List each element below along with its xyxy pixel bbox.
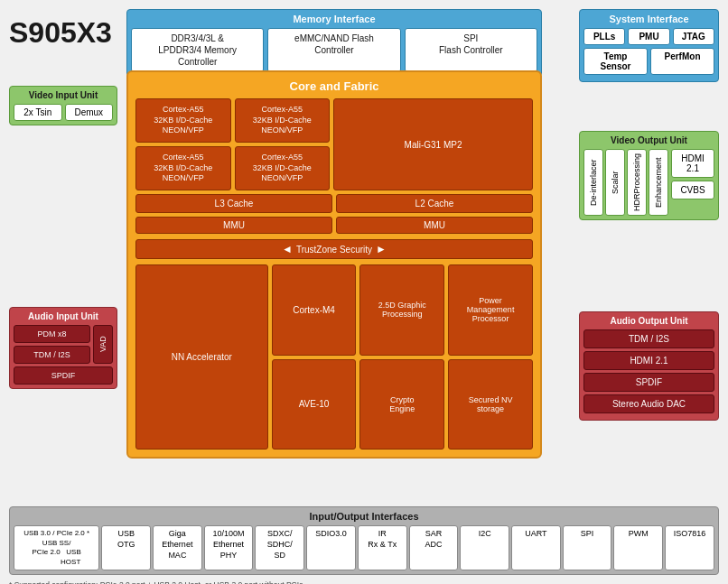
tdm-i2s-input-block: TDM / I2S [14, 346, 90, 364]
spi-flash-block: SPIFlash Controller [405, 28, 537, 72]
ave10-block: AVE-10 [272, 359, 357, 450]
pwm-block: PWM [613, 525, 663, 570]
mmu-block-2: MMU [336, 217, 533, 234]
spdif-input-block: SPDIF [14, 366, 113, 385]
eth-phy-block: 10/100MEthernetPHY [204, 525, 254, 570]
system-interface-title: System Interface [583, 14, 714, 24]
secured-nv-block: Secured NVstorage [448, 359, 533, 450]
ir-block: IRRx & Tx [358, 525, 407, 570]
cortex-a55-block-1: Cortex-A5532KB I/D-CacheNEON/VFP [135, 98, 231, 143]
i2c-block: I2C [460, 525, 509, 570]
hdr-processing-block: HDRProcessing [627, 149, 647, 216]
de-interlacer-block: De-interlacer [583, 149, 603, 216]
scalar-block: Scalar [605, 149, 625, 216]
audio-input-section: Audio Input Unit PDM x8 TDM / I2S VAD SP… [9, 307, 117, 389]
plls-block: PLLs [583, 28, 625, 45]
spdif-output-block: SPDIF [583, 373, 714, 392]
footer-note: * Supported configuration: PCIe 2.0 port… [9, 580, 303, 584]
system-interface-section: System Interface PLLs PMU JTAG TempSenso… [579, 9, 719, 82]
emmc-block: eMMC/NAND FlashController [267, 28, 400, 72]
spi-block: SPI [563, 525, 612, 570]
nn-accelerator-block: NN Accelerator [135, 264, 268, 450]
iso7816-block: ISO7816 [665, 525, 714, 570]
io-interfaces-section: Input/Output Interfaces USB 3.0 / PCIe 2… [9, 506, 719, 575]
demux-block: Demux [65, 104, 114, 121]
jtag-block: JTAG [673, 28, 714, 45]
sdio-block: SDIO3.0 [306, 525, 356, 570]
audio-output-section: Audio Output Unit TDM / I2S HDMI 2.1 SPD… [579, 311, 719, 421]
ddr-block: DDR3/4/3L &LPDDR3/4 MemoryController [131, 28, 264, 72]
hdmi-output-block: HDMI 2.1 [671, 149, 714, 178]
audio-input-title: Audio Input Unit [14, 311, 113, 321]
vad-block: VAD [93, 325, 113, 364]
perfmon-block: PerfMon [650, 48, 714, 75]
memory-interface-title: Memory Interface [131, 14, 537, 24]
chip-title: S905X3 [9, 16, 112, 50]
cortex-a55-block-2: Cortex-A5532KB I/D-CacheNEON/VFP [235, 98, 331, 143]
mmu-block-1: MMU [135, 217, 332, 234]
uart-block: UART [511, 525, 561, 570]
l3-cache-block: L3 Cache [135, 194, 332, 213]
cortex-m4-block: Cortex-M4 [272, 264, 357, 355]
pdm-block: PDM x8 [14, 325, 90, 343]
l2-cache-block: L2 Cache [336, 194, 533, 213]
audio-output-title: Audio Output Unit [583, 316, 714, 326]
giga-eth-mac-block: GigaEthernetMAC [153, 525, 202, 570]
graphic-processing-block: 2.5D GraphicProcessing [359, 264, 444, 355]
usb-pcie-block: USB 3.0 / PCIe 2.0 *USB SS/PCIe 2.0 USB … [14, 525, 99, 570]
stereo-dac-block: Stereo Audio DAC [583, 394, 714, 413]
enhancement-block: Enhancement [649, 149, 668, 216]
sdxc-block: SDXC/SDHC/SD [255, 525, 304, 570]
video-input-section: Video Input Unit 2x Tsin Demux [9, 86, 117, 125]
video-output-section: Video Output Unit De-interlacer Scalar H… [579, 131, 719, 220]
cortex-a55-block-3: Cortex-A5532KB I/D-CacheNEON/VFP [135, 146, 231, 190]
cortex-a55-block-4: Cortex-A5532KB I/D-CacheNEON/VFP [235, 146, 331, 190]
pmu-block: PMU [628, 28, 669, 45]
mali-block: Mali-G31 MP2 [333, 98, 533, 190]
tdm-i2s-output-block: TDM / I2S [583, 329, 714, 348]
sar-adc-block: SARADC [409, 525, 459, 570]
video-input-title: Video Input Unit [14, 90, 113, 100]
core-fabric-title: Core and Fabric [135, 79, 533, 93]
usb-otg-block: USBOTG [101, 525, 151, 570]
video-output-title: Video Output Unit [583, 135, 714, 145]
io-interfaces-title: Input/Output Interfaces [14, 511, 714, 522]
tsin-block: 2x Tsin [14, 104, 62, 121]
power-management-block: PowerManagementProcessor [448, 264, 533, 355]
core-fabric-section: Core and Fabric Cortex-A5532KB I/D-Cache… [126, 70, 542, 459]
temp-sensor-block: TempSensor [583, 48, 648, 75]
hdmi-audio-block: HDMI 2.1 [583, 351, 714, 370]
trustzone-security: TrustZone Security [135, 239, 533, 259]
memory-interface-section: Memory Interface DDR3/4/3L &LPDDR3/4 Mem… [126, 9, 542, 77]
cvbs-block: CVBS [671, 181, 714, 199]
crypto-engine-block: CryptoEngine [359, 359, 444, 450]
